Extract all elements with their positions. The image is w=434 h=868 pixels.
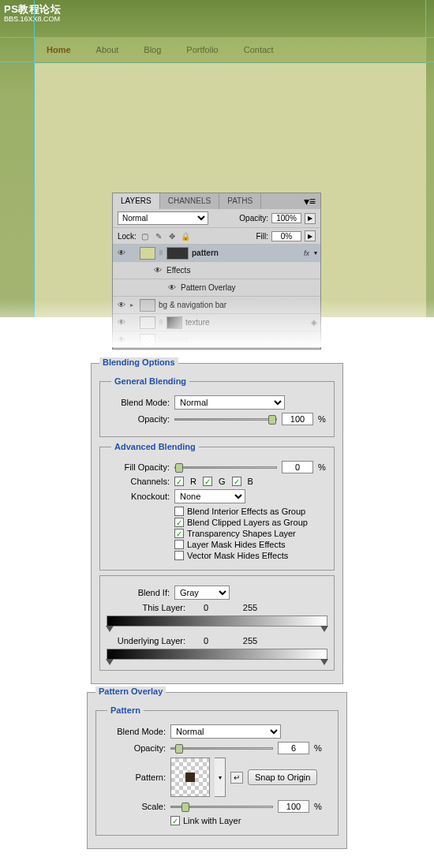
opacity-slider[interactable] — [174, 418, 277, 421]
scale-input[interactable] — [278, 800, 309, 813]
layer-list: 𝟾 pattern fx ▾ Effects Pattern Overlay ▸… — [113, 245, 320, 349]
vector-mask-hides-checkbox[interactable] — [174, 551, 184, 560]
dialog-title: Pattern Overlay — [95, 687, 166, 696]
lock-position-icon[interactable]: ✥ — [166, 230, 178, 241]
visibility-icon[interactable] — [166, 282, 178, 294]
layer-effect-item[interactable]: Pattern Overlay — [113, 279, 320, 297]
percent-label: % — [318, 414, 326, 424]
watermark-sub: BBS.16XX8.COM — [4, 15, 60, 23]
layer-row[interactable]: 𝟾 texture ◈ — [113, 314, 320, 331]
pattern-label: Pattern: — [103, 773, 166, 782]
pattern-group: Pattern Blend Mode: Normal Opacity: % Pa… — [95, 705, 339, 836]
layer-name: bg & navigation bar — [159, 301, 226, 309]
tab-channels[interactable]: CHANNELS — [160, 193, 219, 209]
dialog-title: Blending Options — [99, 357, 178, 367]
channel-b-checkbox[interactable] — [232, 477, 241, 486]
pattern-dropdown-icon[interactable]: ▾ — [215, 758, 226, 797]
channel-r-checkbox[interactable] — [174, 477, 184, 486]
layer-name: highlight — [159, 335, 188, 344]
opacity-input[interactable] — [282, 413, 313, 425]
fill-input[interactable] — [271, 231, 301, 241]
design-mockup: PS教程论坛 BBS.16XX8.COM Home About Blog Por… — [0, 0, 434, 317]
underlying-slider[interactable] — [107, 649, 327, 660]
link-icon: 𝟾 — [159, 318, 163, 327]
link-icon: 𝟾 — [159, 249, 163, 257]
blend-mode-label: Blend Mode: — [103, 727, 166, 736]
underlying-label: Underlying Layer: — [107, 636, 185, 645]
nav-home[interactable]: Home — [47, 45, 71, 54]
layer-thumb — [140, 334, 155, 346]
layer-row[interactable]: ▸ bg & navigation bar — [113, 297, 320, 314]
pattern-thumbnail[interactable] — [170, 758, 210, 797]
effects-label: Effects — [166, 266, 190, 275]
mockup-navbar: Home About Blog Portfolio Contact — [35, 38, 426, 62]
smart-object-icon: ◈ — [311, 318, 317, 327]
pattern-opacity-slider[interactable] — [170, 747, 273, 750]
blend-if-group: Blend If: Gray This Layer: 0 255 Underly… — [99, 575, 335, 671]
layer-thumb — [140, 247, 155, 260]
lock-paint-icon[interactable]: ✎ — [153, 230, 164, 241]
advanced-blending-title: Advanced Blending — [111, 442, 199, 451]
blend-interior-checkbox[interactable] — [174, 507, 184, 516]
chevron-right-icon[interactable]: ▸ — [130, 301, 137, 309]
panel-menu-icon[interactable]: ▾≡ — [299, 193, 320, 209]
general-blending-group: General Blending Blend Mode: Normal Opac… — [99, 376, 335, 437]
visibility-icon[interactable] — [116, 300, 127, 311]
layer-name: pattern — [192, 249, 219, 257]
mask-thumb — [166, 247, 189, 260]
opacity-label: Opacity: — [107, 414, 170, 424]
pattern-opacity-input[interactable] — [278, 742, 309, 754]
nav-portfolio[interactable]: Portfolio — [186, 45, 218, 54]
fill-opacity-input[interactable] — [282, 461, 313, 473]
blend-if-select[interactable]: Gray — [174, 586, 230, 600]
layer-mask-hides-checkbox[interactable] — [174, 540, 184, 549]
layer-thumb — [140, 316, 155, 329]
visibility-icon[interactable] — [116, 248, 127, 259]
arrow-icon[interactable]: ▶ — [305, 213, 316, 224]
chevron-down-icon[interactable]: ▾ — [314, 249, 317, 256]
knockout-select[interactable]: None — [174, 489, 245, 503]
pattern-overlay-dialog: Pattern Overlay Pattern Blend Mode: Norm… — [87, 692, 347, 849]
visibility-icon[interactable] — [116, 335, 127, 346]
layer-row[interactable]: highlight — [113, 331, 320, 349]
lock-label: Lock: — [118, 232, 137, 241]
channel-g-checkbox[interactable] — [203, 477, 212, 486]
mask-thumb — [166, 316, 182, 329]
new-preset-icon[interactable]: ↵ — [230, 772, 243, 784]
fill-opacity-slider[interactable] — [174, 466, 277, 469]
nav-contact[interactable]: Contact — [244, 45, 274, 54]
link-with-layer-checkbox[interactable] — [170, 816, 180, 825]
visibility-icon[interactable] — [152, 265, 163, 276]
lock-all-icon[interactable]: 🔒 — [180, 230, 191, 241]
lock-transparency-icon[interactable]: ▢ — [140, 230, 151, 241]
nav-about[interactable]: About — [96, 45, 119, 54]
arrow-icon[interactable]: ▶ — [305, 230, 316, 241]
opacity-input[interactable] — [271, 213, 301, 223]
pattern-blend-mode-select[interactable]: Normal — [170, 724, 281, 739]
visibility-icon[interactable] — [116, 317, 127, 328]
effect-name: Pattern Overlay — [181, 283, 235, 292]
this-layer-slider[interactable] — [107, 615, 327, 627]
tab-paths[interactable]: PATHS — [219, 193, 261, 209]
fx-badge[interactable]: fx — [304, 249, 311, 257]
nav-blog[interactable]: Blog — [144, 45, 161, 54]
layer-effects-row[interactable]: Effects — [113, 262, 320, 279]
scale-slider[interactable] — [170, 806, 273, 808]
general-blending-title: General Blending — [111, 376, 189, 386]
blend-mode-select[interactable]: Normal — [118, 211, 208, 225]
blend-mode-label: Blend Mode: — [107, 398, 170, 407]
scale-label: Scale: — [103, 802, 166, 811]
fill-opacity-label: Fill Opacity: — [107, 462, 170, 472]
guide-horizontal — [0, 62, 434, 62]
blend-clipped-checkbox[interactable] — [174, 518, 184, 527]
layer-row[interactable]: 𝟾 pattern fx ▾ — [113, 245, 320, 262]
layers-panel: LAYERS CHANNELS PATHS ▾≡ Normal Opacity:… — [112, 193, 321, 350]
panel-tabs: LAYERS CHANNELS PATHS ▾≡ — [113, 193, 320, 209]
transparency-shapes-checkbox[interactable] — [174, 529, 184, 538]
advanced-blending-group: Advanced Blending Fill Opacity: % Channe… — [99, 442, 335, 571]
folder-icon — [140, 299, 155, 312]
fill-label: Fill: — [256, 232, 268, 241]
snap-to-origin-button[interactable]: Snap to Origin — [248, 769, 317, 785]
tab-layers[interactable]: LAYERS — [113, 193, 160, 209]
blend-mode-select[interactable]: Normal — [174, 395, 285, 410]
